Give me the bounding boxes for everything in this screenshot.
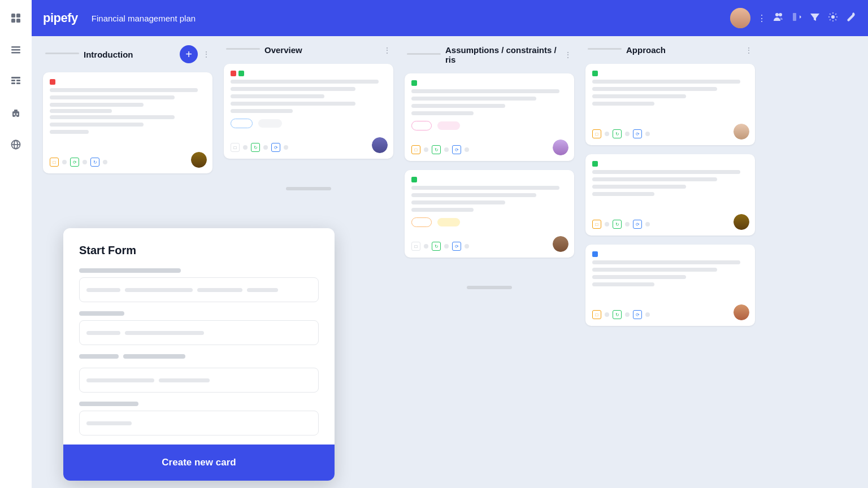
sidebar — [0, 0, 32, 488]
form-input-2[interactable] — [79, 320, 319, 345]
card-approach-1[interactable]: □ ↻ ⟳ — [585, 64, 755, 145]
card-dot-app7 — [605, 312, 609, 317]
card-dot-app5 — [625, 222, 630, 226]
svg-rect-10 — [11, 82, 15, 84]
card-dot-app1 — [605, 132, 609, 136]
board: Introduction + ⋮ — [32, 36, 868, 488]
card-icon-app3: ⟳ — [633, 129, 642, 138]
column-title-introduction: Introduction — [84, 50, 175, 59]
people-icon[interactable] — [773, 11, 784, 25]
column-more-overview[interactable]: ⋮ — [383, 46, 391, 55]
column-fade-overview — [224, 158, 393, 180]
card-avatar-1 — [191, 152, 207, 168]
form-input-4[interactable] — [79, 411, 319, 435]
card-dot-3 — [103, 160, 107, 164]
card-avatar-ov1 — [372, 137, 388, 153]
card-avatar-app1 — [734, 124, 749, 140]
form-field-1 — [79, 268, 319, 302]
scroll-indicator-overview — [286, 187, 331, 190]
sidebar-icon-robot[interactable] — [7, 104, 25, 122]
logo: pipefy — [43, 11, 78, 25]
form-label-3a — [79, 354, 119, 359]
svg-point-23 — [831, 15, 835, 19]
sidebar-icon-grid[interactable] — [7, 9, 25, 27]
card-avatar-ass1 — [553, 140, 568, 155]
scroll-indicator-assumptions — [467, 286, 512, 289]
card-icon-ass5: ↻ — [432, 242, 441, 251]
card-dot-app8 — [625, 312, 630, 317]
more-icon[interactable]: ⋮ — [757, 13, 766, 24]
card-badge-ass4 — [437, 218, 459, 226]
card-approach-3[interactable]: □ ↻ ⟳ — [585, 245, 755, 326]
placeholder-1b — [125, 288, 193, 292]
start-form-overlay: Start Form — [63, 228, 335, 481]
card-assumptions-2[interactable]: □ ↻ ⟳ — [405, 170, 574, 258]
card-introduction-1[interactable]: □ ⟳ ↻ — [43, 72, 212, 173]
column-title-approach: Approach — [626, 45, 740, 55]
card-badge-2 — [258, 119, 282, 128]
card-overview-1[interactable]: □ ↻ ⟳ — [224, 64, 393, 159]
placeholder-4a — [86, 421, 132, 425]
column-more-introduction[interactable]: ⋮ — [202, 50, 210, 59]
card-icon-app6: ⟳ — [633, 220, 642, 229]
card-dot-ass4 — [424, 244, 428, 249]
column-title-assumptions: Assumptions / constraints / ris — [445, 45, 559, 64]
header: pipefy Financial management plan ⋮ — [32, 0, 868, 36]
svg-rect-3 — [16, 19, 20, 23]
card-dot-app2 — [625, 132, 630, 136]
card-icon-app1: □ — [592, 129, 601, 138]
svg-rect-4 — [11, 46, 20, 48]
sidebar-icon-list[interactable] — [7, 41, 25, 59]
card-dot-app6 — [645, 222, 650, 226]
column-more-approach[interactable]: ⋮ — [745, 46, 753, 55]
column-header-overview: Overview ⋮ — [224, 45, 393, 59]
column-header-assumptions: Assumptions / constraints / ris ⋮ — [405, 45, 574, 69]
column-more-assumptions[interactable]: ⋮ — [564, 50, 572, 59]
card-icon-2: ⟳ — [70, 158, 79, 167]
card-dot-ass5 — [444, 244, 449, 249]
form-field-3 — [79, 354, 319, 393]
card-icon-ass2: ↻ — [432, 145, 441, 154]
enter-icon[interactable] — [791, 11, 802, 25]
card-icon-ass4: □ — [411, 242, 420, 251]
form-input-1[interactable] — [79, 277, 319, 302]
user-avatar[interactable] — [730, 8, 750, 28]
start-form-content: Start Form — [63, 228, 335, 435]
form-input-3[interactable] — [79, 368, 319, 393]
card-dot-1 — [62, 160, 67, 164]
header-actions: ⋮ — [730, 8, 857, 28]
svg-rect-11 — [16, 82, 20, 84]
svg-point-21 — [779, 13, 782, 16]
start-form-title: Start Form — [79, 244, 319, 257]
card-approach-2[interactable]: □ ↻ ⟳ — [585, 154, 755, 236]
settings-icon[interactable] — [827, 11, 839, 25]
card-assumptions-1[interactable]: □ ↻ ⟳ — [405, 73, 574, 161]
sidebar-icon-globe[interactable] — [7, 136, 25, 154]
card-dot-ov2 — [263, 145, 268, 150]
tool-icon[interactable] — [845, 11, 857, 25]
card-icon-ass1: □ — [411, 145, 420, 154]
column-assumptions: Assumptions / constraints / ris ⋮ — [405, 45, 574, 479]
column-add-button-introduction[interactable]: + — [180, 45, 198, 63]
svg-rect-9 — [16, 80, 20, 81]
filter-icon[interactable] — [809, 11, 821, 25]
main-area: pipefy Financial management plan ⋮ — [32, 0, 868, 488]
card-dot-app9 — [645, 312, 650, 317]
form-label-2 — [79, 311, 124, 316]
card-icon-3: ↻ — [90, 158, 99, 167]
placeholder-3a — [86, 378, 154, 382]
card-icon-ov3: ⟳ — [271, 143, 280, 152]
card-icon-app9: ⟳ — [633, 310, 642, 319]
card-icon-ass6: ⟳ — [452, 242, 461, 251]
card-dot-app3 — [645, 132, 650, 136]
card-icon-app8: ↻ — [613, 310, 622, 319]
svg-rect-7 — [11, 77, 20, 79]
sidebar-icon-table[interactable] — [7, 72, 25, 90]
form-label-1 — [79, 268, 181, 273]
form-field-2 — [79, 311, 319, 345]
placeholder-3b — [159, 378, 210, 382]
create-card-button[interactable]: Create new card — [63, 445, 335, 481]
svg-rect-1 — [16, 14, 20, 18]
placeholder-2a — [86, 331, 120, 335]
svg-point-15 — [16, 114, 18, 115]
